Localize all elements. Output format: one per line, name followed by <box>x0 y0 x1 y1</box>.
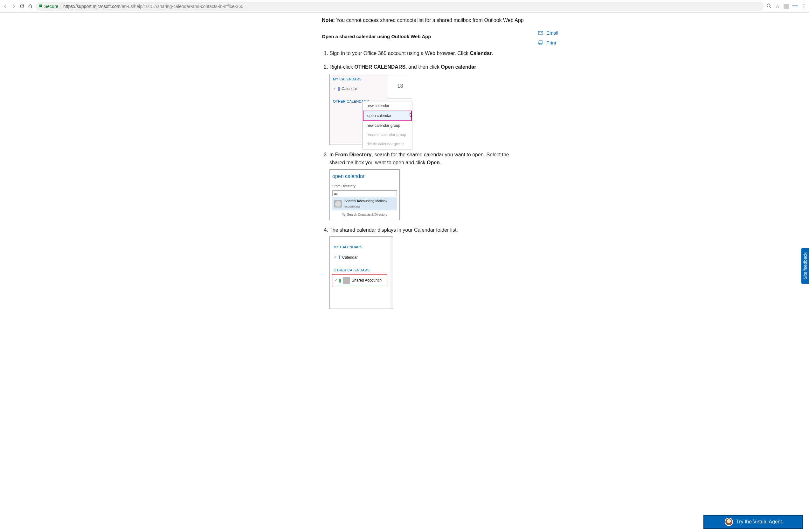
avatar-icon <box>334 200 342 208</box>
url-text: https://support.microsoft.com/en-us/help… <box>63 4 243 9</box>
search-contacts-link[interactable]: 🔍Search Contacts & Directory <box>332 210 397 217</box>
cursor-icon <box>409 112 414 120</box>
calendar-color-swatch-green <box>339 279 341 283</box>
lock-icon <box>39 4 42 8</box>
steps-list: Sign in to your Office 365 account using… <box>322 49 526 309</box>
directory-search-input[interactable]: ac <box>332 190 397 196</box>
svg-rect-4 <box>538 42 543 44</box>
step-2: Right-click OTHER CALENDARS, and then cl… <box>329 63 526 145</box>
dialog-title: open calendar <box>332 172 397 182</box>
other-calendars-header-2: OTHER CALENDARS <box>333 268 387 273</box>
back-button <box>2 3 8 9</box>
email-action[interactable]: Email <box>538 30 558 36</box>
context-menu: new calendar open calendar new calendar … <box>363 101 412 149</box>
menu-new-calendar-group[interactable]: new calendar group <box>363 121 412 130</box>
calendar-color-swatch <box>338 87 340 91</box>
svg-rect-0 <box>39 5 42 7</box>
bookmark-icon[interactable]: ☆ <box>775 3 780 9</box>
note-label: Note: <box>322 17 335 23</box>
screenshot-other-calendars-menu: MY CALENDARS ✓ Calendar OTHER CALENDARS … <box>329 74 412 145</box>
screenshot-calendar-folder-list: MY CALENDARS ✓ Calendar OTHER CALENDARS … <box>329 236 393 309</box>
calendar-item-2: ✓ Calendar <box>333 254 387 261</box>
browser-toolbar: Secure | https://support.microsoft.com/e… <box>0 0 809 13</box>
from-directory-label: From Directory: <box>332 182 397 190</box>
step-3: In From Directory, search for the shared… <box>329 150 526 220</box>
calendar-day-cell: 18 <box>388 74 412 99</box>
check-icon: ✓ <box>333 86 336 92</box>
my-calendars-header: MY CALENDARS <box>333 76 385 82</box>
menu-open-calendar[interactable]: open calendar <box>363 111 412 121</box>
address-bar[interactable]: Secure | https://support.microsoft.com/e… <box>36 2 764 11</box>
menu-delete-calendar-group: delete calendar group <box>363 140 412 149</box>
note-paragraph: Note: You cannot access shared contacts … <box>322 17 526 24</box>
svg-rect-3 <box>539 41 542 42</box>
section-heading: Open a shared calendar using Outlook Web… <box>322 33 526 40</box>
email-icon <box>538 31 543 36</box>
print-icon <box>538 40 543 46</box>
calendar-color-swatch <box>339 255 340 259</box>
secure-label: Secure <box>44 4 58 9</box>
search-result-row[interactable]: Shared Accounting Mailbox accounting <box>332 197 397 210</box>
menu-icon[interactable]: ⋮ <box>802 3 807 9</box>
search-icon: 🔍 <box>342 213 346 216</box>
reload-button[interactable] <box>19 3 25 9</box>
calendar-item: ✓ Calendar <box>333 86 385 92</box>
site-feedback-tab[interactable]: Site feedback <box>802 248 809 284</box>
extension-icon[interactable] <box>784 4 789 9</box>
step-4: The shared calendar displays in your Cal… <box>329 226 526 309</box>
svg-point-1 <box>767 4 770 7</box>
print-action[interactable]: Print <box>538 40 558 46</box>
check-icon: ✓ <box>334 278 338 283</box>
article-content: Note: You cannot access shared contacts … <box>322 17 526 309</box>
result-subtext: accounting <box>344 204 387 209</box>
step-1: Sign in to your Office 365 account using… <box>329 49 526 57</box>
screenshot-open-calendar-dialog: open calendar From Directory: ac Shared … <box>329 170 400 220</box>
menu-new-calendar[interactable]: new calendar <box>363 101 412 111</box>
article-actions: Email Print <box>538 30 558 50</box>
shared-calendar-highlight: ✓ Shared Accountin <box>332 274 387 287</box>
profile-icon[interactable]: 〰 <box>792 3 797 9</box>
menu-rename-calendar-group: rename calendar group <box>363 130 412 140</box>
avatar-icon <box>343 277 350 284</box>
check-icon: ✓ <box>333 254 337 261</box>
home-button[interactable] <box>27 3 33 9</box>
scrollbar[interactable] <box>390 237 393 308</box>
shared-calendar-name: Shared Accountin <box>352 278 382 283</box>
my-calendars-header-2: MY CALENDARS <box>333 244 387 250</box>
result-name: Shared Accounting Mailbox <box>344 198 387 204</box>
zoom-icon[interactable] <box>767 3 772 10</box>
forward-button <box>11 3 17 9</box>
